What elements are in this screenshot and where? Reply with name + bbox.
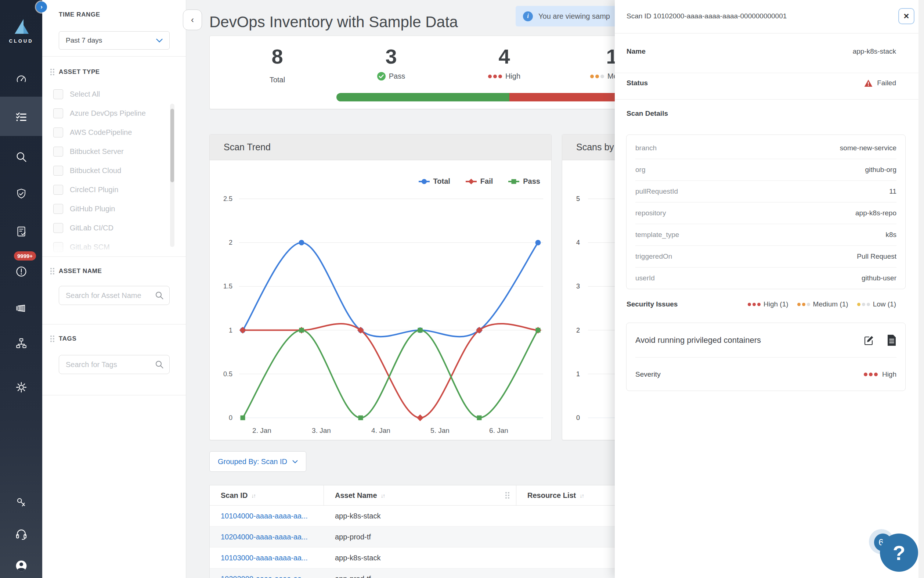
logo-text: CLOUD xyxy=(0,38,42,44)
inventory-checklist-icon[interactable] xyxy=(0,111,42,123)
column-asset-name[interactable]: Asset Name↓↑ xyxy=(324,485,516,505)
tags-search-input[interactable] xyxy=(59,355,170,374)
checkbox[interactable] xyxy=(53,128,63,137)
checkbox[interactable] xyxy=(53,89,63,99)
asset-type-scrollbar[interactable] xyxy=(170,104,175,247)
asset-type-option[interactable]: Bitbucket Cloud xyxy=(53,161,171,180)
support-headset-icon[interactable] xyxy=(0,528,42,541)
edit-icon[interactable] xyxy=(863,335,874,346)
chart-legend: TotalFailPass xyxy=(419,177,540,185)
panel-title: Scan ID 10102000-aaaa-aaaa-aaaa-00000000… xyxy=(626,12,786,20)
column-drag-handle-icon[interactable] xyxy=(505,492,510,498)
asset-type-option[interactable]: Select All xyxy=(53,84,171,104)
cloud-logo[interactable]: CLOUD xyxy=(0,18,42,44)
sort-icon[interactable]: ↓↑ xyxy=(251,492,255,498)
status-value: Failed xyxy=(877,79,896,87)
checkbox[interactable] xyxy=(53,204,63,214)
checkbox[interactable] xyxy=(53,185,63,195)
svg-text:0: 0 xyxy=(576,414,580,422)
grouped-by-button[interactable]: Grouped By: Scan ID xyxy=(209,451,306,472)
app-sidebar: CLOUD xyxy=(0,0,42,578)
asset-type-option[interactable]: GitLab SCM xyxy=(53,237,171,253)
drag-handle-icon[interactable] xyxy=(50,268,54,274)
profile-icon[interactable] xyxy=(0,559,42,573)
chevron-down-icon xyxy=(156,39,163,43)
drag-handle-icon[interactable] xyxy=(50,336,54,342)
total-value: 8 xyxy=(237,45,318,68)
info-icon: i xyxy=(523,11,533,21)
sort-icon[interactable]: ↓↑ xyxy=(381,492,385,498)
containers-icon[interactable] xyxy=(0,302,42,315)
pass-label: Pass xyxy=(389,72,405,81)
dashboard-gauge-icon[interactable] xyxy=(0,73,42,85)
sort-icon[interactable]: ↓↑ xyxy=(579,492,584,498)
document-icon[interactable] xyxy=(887,335,896,346)
sidebar-expand-button[interactable]: › xyxy=(36,2,47,13)
panel-scrollbar[interactable] xyxy=(919,0,924,578)
column-scan-id[interactable]: Scan ID↓↑ xyxy=(210,485,324,505)
legend-item-pass[interactable]: Pass xyxy=(508,177,540,185)
legend-item-fail[interactable]: Fail xyxy=(466,177,493,185)
close-button[interactable]: ✕ xyxy=(898,8,914,24)
asset-type-option[interactable]: CircleCI Plugin xyxy=(53,180,171,199)
search-icon xyxy=(155,291,164,300)
stat-high: 4 High xyxy=(464,45,545,81)
checkbox[interactable] xyxy=(53,223,63,233)
asset-name-search-input[interactable] xyxy=(59,286,170,305)
checkbox[interactable] xyxy=(53,109,63,119)
checkbox[interactable] xyxy=(53,147,63,156)
medium-severity-dots xyxy=(590,75,604,78)
scan-id-link[interactable]: 10204000-aaaa-aaaa-aa... xyxy=(221,533,308,541)
asset-type-option[interactable]: GitHub Plugin xyxy=(53,199,171,218)
detail-row: userIdgithub-user xyxy=(635,268,896,289)
shield-check-icon[interactable] xyxy=(0,188,42,200)
time-range-value: Past 7 days xyxy=(66,36,102,44)
drag-handle-icon[interactable] xyxy=(50,69,54,75)
failed-warning-icon xyxy=(864,80,872,87)
scan-id-link[interactable]: 10104000-aaaa-aaaa-aa... xyxy=(221,512,308,520)
keys-icon[interactable] xyxy=(0,497,42,508)
severity-label: Severity xyxy=(635,370,661,378)
legend-item-total[interactable]: Total xyxy=(419,177,450,185)
asset-name-cell: app-prod-tf xyxy=(324,575,516,578)
network-icon[interactable] xyxy=(0,337,42,349)
scan-details-heading: Scan Details xyxy=(626,109,668,118)
scan-details-panel: Scan ID 10102000-aaaa-aaaa-aaaa-00000000… xyxy=(615,0,924,578)
svg-text:3. Jan: 3. Jan xyxy=(312,427,331,434)
scan-trend-chart: 00.511.522.52. Jan3. Jan4. Jan5. Jan6. J… xyxy=(210,160,551,440)
status-row: Status Failed xyxy=(626,75,896,91)
pass-bar-segment xyxy=(337,93,510,101)
time-range-select[interactable]: Past 7 days xyxy=(59,31,170,50)
name-row: Name app-k8s-stack xyxy=(626,43,896,60)
alerts-icon[interactable] xyxy=(0,265,42,278)
devops-inventory-screen: CLOUD xyxy=(0,0,924,578)
scan-details-card: branchsome-new-serviceorggithub-orgpullR… xyxy=(626,135,906,289)
scan-trend-card: Scan Trend TotalFailPass 00.511.522.52. … xyxy=(209,134,552,440)
grouped-by-label: Grouped By: Scan ID xyxy=(218,458,287,466)
asset-type-label: ASSET TYPE xyxy=(50,68,100,76)
search-icon xyxy=(155,360,164,369)
checkbox[interactable] xyxy=(53,166,63,175)
asset-name-cell: app-k8s-stack xyxy=(324,512,516,520)
asset-type-option[interactable]: AWS CodePipeline xyxy=(53,123,171,142)
checkbox[interactable] xyxy=(53,242,63,252)
detail-row: orggithub-org xyxy=(635,159,896,181)
svg-text:0: 0 xyxy=(229,414,233,422)
svg-text:1: 1 xyxy=(576,370,580,378)
help-button[interactable]: ? xyxy=(880,534,918,572)
compliance-report-icon[interactable] xyxy=(0,226,42,237)
filters-collapse-button[interactable]: ‹ xyxy=(183,10,202,30)
search-icon[interactable] xyxy=(0,151,42,163)
asset-type-option[interactable]: GitLab CI/CD xyxy=(53,218,171,237)
scan-id-link[interactable]: 10103000-aaaa-aaaa-aa... xyxy=(221,554,308,562)
pass-check-icon xyxy=(377,72,386,81)
scan-id-link[interactable]: 10203000-aaaa-aaaa-aa... xyxy=(221,575,308,578)
asset-type-option[interactable]: Bitbucket Server xyxy=(53,142,171,161)
total-label: Total xyxy=(270,76,285,84)
banner-text: You are viewing samp xyxy=(538,12,610,21)
detail-row: template_typek8s xyxy=(635,224,896,246)
detail-row: repositoryapp-k8s-repo xyxy=(635,203,896,224)
asset-type-option[interactable]: Azure DevOps Pipeline xyxy=(53,104,171,123)
detail-row: pullRequestId11 xyxy=(635,181,896,203)
settings-gear-icon[interactable] xyxy=(0,381,42,393)
